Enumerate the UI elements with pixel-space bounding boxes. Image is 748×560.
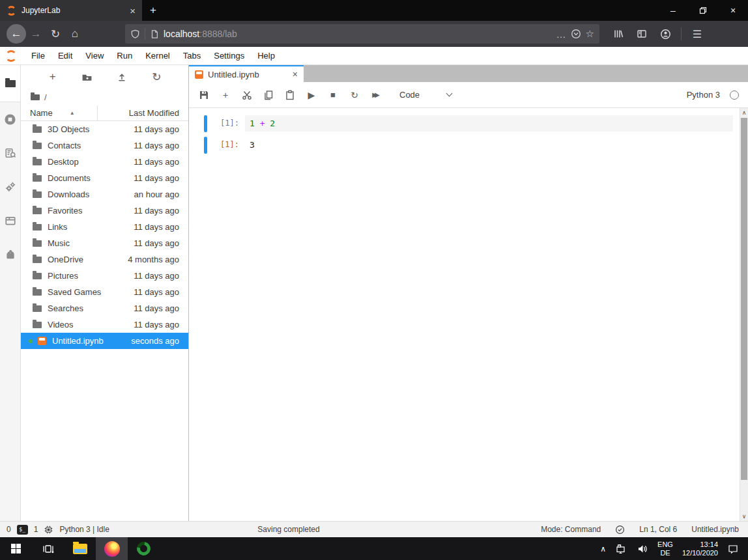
page-actions-icon[interactable]: … [556, 29, 566, 40]
file-row[interactable]: Downloadsan hour ago [21, 186, 188, 203]
column-header-name[interactable]: Name ▲ [21, 105, 98, 120]
restart-kernel-button[interactable]: ↻ [349, 89, 360, 101]
library-icon[interactable] [609, 24, 628, 44]
upload-button[interactable] [114, 69, 130, 85]
sidebar-item-property-inspector[interactable] [0, 170, 20, 204]
file-explorer-button[interactable] [64, 537, 96, 560]
refresh-button[interactable]: ↻ [149, 69, 164, 85]
menu-run[interactable]: Run [110, 47, 139, 64]
sidebar-item-running[interactable] [0, 102, 20, 136]
speaker-icon[interactable] [637, 544, 648, 554]
start-button[interactable] [0, 537, 32, 560]
language-indicator[interactable]: ENG DE [657, 540, 673, 557]
window-restore-button[interactable] [688, 0, 718, 21]
cell-type-dropdown[interactable]: Code [399, 90, 452, 100]
window-close-button[interactable]: × [718, 0, 748, 21]
scrollbar-thumb[interactable] [741, 118, 747, 480]
sort-ascending-icon[interactable]: ▲ [70, 110, 75, 116]
run-cell-button[interactable]: ▶ [306, 89, 317, 101]
notebook-content[interactable]: [1]: 1 + 2 [1]: 3 ∧ ∨ [189, 108, 748, 521]
breadcrumb[interactable]: / [21, 89, 188, 105]
scroll-up-icon[interactable]: ∧ [740, 109, 748, 116]
file-row[interactable]: Desktop11 days ago [21, 154, 188, 170]
file-row[interactable]: OneDrive4 months ago [21, 251, 188, 268]
tab-close-icon[interactable]: × [130, 5, 136, 16]
url-bar[interactable]: localhost:8888/lab … ☆ [125, 24, 599, 44]
active-file-text[interactable]: Untitled.ipynb [691, 525, 739, 534]
copy-cells-button[interactable] [263, 89, 274, 101]
file-row[interactable]: Saved Games11 days ago [21, 284, 188, 300]
page-icon[interactable] [150, 29, 159, 39]
file-row[interactable]: Music11 days ago [21, 235, 188, 251]
shield-icon[interactable] [130, 29, 140, 39]
home-button[interactable]: ⌂ [65, 24, 85, 44]
window-minimize-button[interactable]: – [658, 0, 688, 21]
kernel-name-button[interactable]: Python 3 [687, 90, 720, 100]
code-cell-input[interactable]: [1]: 1 + 2 [204, 115, 733, 132]
new-folder-button[interactable] [79, 69, 95, 85]
scroll-down-icon[interactable]: ∨ [740, 513, 748, 520]
paste-cells-button[interactable] [284, 89, 296, 101]
new-launcher-button[interactable]: + [45, 69, 61, 85]
notebook-mode-text[interactable]: Mode: Command [541, 525, 601, 534]
cursor-position-text[interactable]: Ln 1, Col 6 [639, 525, 677, 534]
green-ring-app-button[interactable] [128, 537, 160, 560]
file-row[interactable]: Searches11 days ago [21, 300, 188, 316]
sidebar-item-filebrowser[interactable] [0, 65, 20, 102]
code-editor[interactable]: 1 + 2 [245, 115, 733, 132]
account-icon[interactable] [655, 24, 675, 44]
sidebar-item-open-tabs[interactable] [0, 204, 20, 238]
home-folder-icon[interactable] [31, 94, 40, 100]
sidebar-toggle-icon[interactable] [632, 24, 652, 44]
url-text[interactable]: localhost:8888/lab [164, 29, 552, 39]
file-row[interactable]: Favorites11 days ago [21, 203, 188, 219]
interrupt-kernel-button[interactable]: ■ [327, 89, 339, 101]
menu-settings[interactable]: Settings [207, 47, 251, 64]
firefox-button[interactable] [96, 537, 128, 560]
file-row[interactable]: Videos11 days ago [21, 316, 188, 333]
file-row[interactable]: Links11 days ago [21, 219, 188, 235]
reload-button[interactable]: ↻ [46, 24, 65, 44]
network-icon[interactable] [615, 544, 627, 554]
clock[interactable]: 13:14 12/10/2020 [682, 540, 718, 557]
file-row[interactable]: Contacts11 days ago [21, 137, 188, 154]
back-button[interactable]: ← [7, 24, 26, 44]
forward-button[interactable]: → [26, 24, 46, 44]
tray-expand-chevron-icon[interactable]: ∧ [600, 544, 606, 553]
file-row[interactable]: 3D Objects11 days ago [21, 121, 188, 137]
menu-view[interactable]: View [79, 47, 110, 64]
browser-tab-jupyterlab[interactable]: JupyterLab × [0, 0, 142, 21]
menu-kernel[interactable]: Kernel [139, 47, 177, 64]
pocket-icon[interactable] [571, 29, 581, 39]
bookmark-star-icon[interactable]: ☆ [586, 28, 594, 40]
save-status-text: Saving completed [257, 525, 319, 534]
trusted-shield-icon[interactable] [615, 525, 625, 535]
file-row[interactable]: Documents11 days ago [21, 170, 188, 186]
add-cell-button[interactable]: + [220, 89, 231, 101]
menu-tabs[interactable]: Tabs [177, 47, 207, 64]
kernel-count[interactable]: 1 [34, 525, 38, 534]
kernel-status-idle-icon[interactable] [730, 91, 739, 100]
code-cell-output[interactable]: [1]: 3 [204, 137, 733, 154]
menu-hamburger-icon[interactable]: ☰ [687, 24, 707, 44]
notebook-tab-close-icon[interactable]: × [293, 69, 298, 79]
sidebar-item-command-palette[interactable] [0, 136, 20, 170]
kernel-status-text[interactable]: Python 3 | Idle [59, 525, 109, 534]
notebook-scrollbar[interactable]: ∧ ∨ [740, 108, 748, 521]
notebook-tab[interactable]: Untitled.ipynb × [189, 65, 304, 82]
action-center-icon[interactable] [727, 544, 739, 554]
column-header-modified[interactable]: Last Modified [98, 108, 188, 118]
breadcrumb-root[interactable]: / [44, 92, 47, 102]
menu-help[interactable]: Help [251, 47, 281, 64]
menu-edit[interactable]: Edit [51, 47, 79, 64]
cut-cells-button[interactable] [241, 89, 253, 101]
sidebar-item-extensions[interactable] [0, 238, 20, 272]
task-view-button[interactable] [32, 537, 64, 560]
file-row[interactable]: Pictures11 days ago [21, 268, 188, 284]
save-button[interactable] [198, 89, 210, 101]
new-tab-button[interactable]: + [142, 0, 164, 21]
restart-run-all-button[interactable]: ▶▶ [370, 89, 382, 101]
file-row-selected[interactable]: Untitled.ipynbseconds ago [21, 333, 188, 349]
menu-file[interactable]: File [25, 47, 51, 64]
terminal-count[interactable]: 0 [7, 525, 11, 534]
